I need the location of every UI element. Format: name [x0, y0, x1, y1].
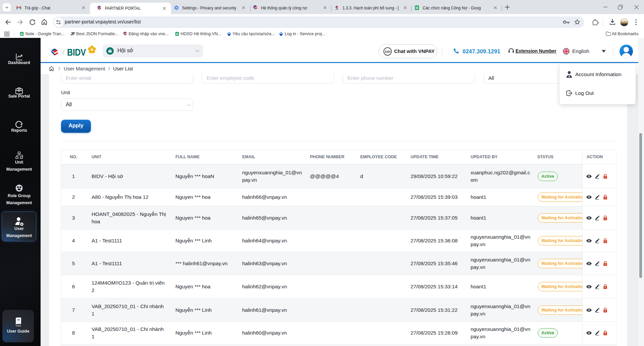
- svg-text:VNPAY: VNPAY: [335, 9, 339, 10]
- svg-text:Zalo: Zalo: [385, 50, 390, 53]
